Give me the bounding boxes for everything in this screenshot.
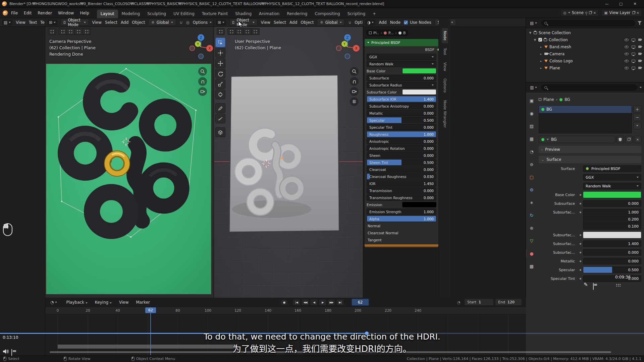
auto-keying-button[interactable]: ● <box>280 299 288 306</box>
editor-type-button[interactable]: ◔ <box>49 299 59 305</box>
grip-dots-icon[interactable] <box>616 284 621 287</box>
material-slot-bg[interactable]: BG <box>539 106 632 113</box>
workspace-tab-modeling[interactable]: Modeling <box>118 10 144 18</box>
material-slot-list[interactable]: BG <box>539 105 632 133</box>
speaker-icon[interactable] <box>3 349 9 354</box>
disable-render-icon[interactable] <box>638 67 641 69</box>
hide-viewport-icon[interactable] <box>625 46 629 48</box>
outliner-row-band-mesh[interactable]: ▸ Band.mesh <box>529 43 644 50</box>
annotate-tool[interactable] <box>215 103 225 113</box>
expand-icon[interactable]: ▼ <box>529 31 532 35</box>
select-mode-new-button[interactable] <box>59 28 67 35</box>
tab-material[interactable]: ● <box>527 249 537 257</box>
measure-tool[interactable] <box>215 114 225 123</box>
timeline-menu-playback[interactable]: Playback <box>66 300 87 305</box>
viewport-user[interactable]: ⊞ Object Mode View Select Add Object ⊕Gl… <box>214 18 363 298</box>
hide-viewport-icon[interactable] <box>625 39 629 41</box>
disable-viewport-icon[interactable] <box>632 39 635 41</box>
viewport-menu-add[interactable]: Add <box>121 20 128 25</box>
disable-viewport-icon[interactable] <box>632 60 635 62</box>
playhead-frame-badge[interactable]: 62 <box>145 307 156 313</box>
transform-orientation-dropdown[interactable]: ⊕Global <box>317 19 345 26</box>
tab-tool[interactable]: Tool <box>442 45 448 58</box>
camera-view-icon[interactable] <box>350 87 359 96</box>
subsurface-ior-slider[interactable]: Subsurface IOR1.400 <box>367 96 436 102</box>
transform-tool[interactable] <box>215 89 225 99</box>
disable-render-icon[interactable] <box>638 46 641 48</box>
pencil-icon[interactable]: ✎ <box>584 282 588 288</box>
base-color-swatch[interactable] <box>583 191 641 198</box>
start-frame-field[interactable]: Start1 <box>464 299 494 306</box>
normal-input[interactable]: Normal <box>367 223 436 229</box>
move-tool[interactable] <box>215 58 225 68</box>
clearcoat-roughness-slider[interactable]: Clearcoat Roughness0.030 <box>367 173 436 180</box>
subsurface-anisotropy-slider[interactable]: Subsurface Anisotropy0.000 <box>367 103 436 109</box>
subsurface-color-row[interactable]: Subsurface Color <box>367 89 436 95</box>
menu-file[interactable]: File <box>8 9 21 17</box>
tab-object-data[interactable]: ▽ <box>527 237 537 245</box>
workspace-tab-compositing[interactable]: Compositing <box>311 10 343 18</box>
workspace-tab-animation[interactable]: Animation <box>255 10 283 18</box>
disable-viewport-icon[interactable] <box>632 67 635 69</box>
tab-world[interactable]: ⊚ <box>527 160 537 168</box>
jump-to-start-button[interactable]: |◀ <box>292 299 301 306</box>
specular-slider[interactable]: Specular0.500 <box>367 117 436 123</box>
caption-icon[interactable] <box>11 349 12 356</box>
color-swatch[interactable] <box>402 68 436 74</box>
emission-row[interactable]: Emission <box>367 201 436 208</box>
select-mode-extend-button[interactable] <box>67 28 75 35</box>
zoom-icon[interactable] <box>350 67 359 76</box>
subsurface-color-swatch[interactable] <box>583 232 641 238</box>
unlink-material-button[interactable]: ✕ <box>634 136 641 143</box>
outliner-row-camera[interactable]: ▸ Camera <box>529 50 644 57</box>
remove-view-layer-icon[interactable]: ✕ <box>637 11 639 15</box>
menu-window[interactable]: Window <box>55 9 77 17</box>
editor-type-button[interactable]: ▥ <box>528 84 539 90</box>
rotate-tool[interactable] <box>215 69 225 78</box>
select-mode-subtract-button[interactable] <box>75 28 83 35</box>
select-mode-invert-button[interactable] <box>83 28 91 35</box>
tab-modifiers[interactable]: ⚙ <box>527 186 537 194</box>
specular-tint-slider[interactable]: Specular Tint0.000 <box>367 124 436 130</box>
specular-slider[interactable]: 0.500 <box>583 266 641 273</box>
disable-render-icon[interactable] <box>638 60 641 62</box>
navigation-gizmo[interactable]: Z X Y <box>189 34 213 62</box>
subsurface-radius-y[interactable]: 0.200 <box>583 216 641 223</box>
base-color-row[interactable]: Base Color <box>367 68 436 74</box>
outliner-row-scene-collection[interactable]: ▼ Scene Collection <box>529 29 644 36</box>
disable-render-icon[interactable] <box>638 39 641 41</box>
editor-type-button[interactable]: ▤ <box>2 19 12 25</box>
tab-node-wrangler[interactable]: Node Wrangler <box>442 98 448 130</box>
play-button[interactable]: ▶ <box>319 299 327 306</box>
axis-minus-z[interactable] <box>199 54 204 59</box>
fake-user-button[interactable] <box>616 136 624 143</box>
select-mode-extend-button[interactable] <box>235 28 244 35</box>
metallic-slider[interactable]: Metallic0.000 <box>367 110 436 116</box>
camera-render-region[interactable] <box>46 64 211 294</box>
disable-viewport-icon[interactable] <box>632 46 635 48</box>
new-scene-icon[interactable] <box>589 11 592 14</box>
specular-tint-slider[interactable]: 0.000 <box>583 275 641 282</box>
viewport-camera[interactable]: ⊞ Object Mode View Select Add Object ⊕Gl… <box>45 18 214 298</box>
maximize-button[interactable]: ▢ <box>614 0 628 8</box>
new-view-layer-icon[interactable] <box>632 11 635 14</box>
slot-specials-button[interactable] <box>633 122 641 129</box>
outliner-row-collection[interactable]: ▼ Collection <box>529 36 644 43</box>
text-editor-menu-truncated[interactable]: Te <box>40 20 45 25</box>
editor-type-button[interactable]: ◑ <box>365 19 375 25</box>
tab-options[interactable]: Options <box>442 76 448 95</box>
workspace-tab-shading[interactable]: Shading <box>231 10 255 18</box>
scene-selector[interactable]: ◎ Scene ✕ <box>560 9 599 16</box>
cursor-tool[interactable] <box>215 48 225 58</box>
jump-to-end-button[interactable]: ▶| <box>336 299 344 306</box>
expand-icon[interactable]: ▸ <box>539 45 543 49</box>
menu-edit[interactable]: Edit <box>21 9 35 17</box>
transmission-slider[interactable]: Transmission0.000 <box>367 187 436 194</box>
expand-icon[interactable]: ▸ <box>539 66 543 70</box>
tab-render[interactable]: ◉ <box>527 109 537 117</box>
workspace-tab-rendering[interactable]: Rendering <box>283 10 311 18</box>
hide-viewport-icon[interactable] <box>625 60 629 62</box>
tab-object[interactable]: ▢ <box>527 173 537 181</box>
color-swatch[interactable] <box>402 202 436 207</box>
subsurface-anisotropy-slider[interactable]: 0.000 <box>583 249 641 256</box>
